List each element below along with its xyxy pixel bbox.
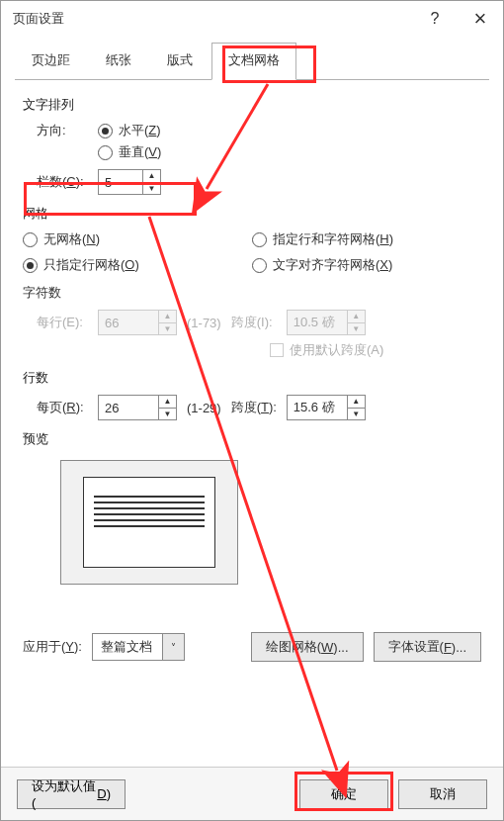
line-span-up[interactable]: ▲: [348, 396, 365, 409]
cancel-button[interactable]: 取消: [398, 779, 487, 809]
tab-strip: 页边距 纸张 版式 文档网格: [1, 37, 503, 80]
grid-title: 网格: [23, 205, 481, 223]
per-page-up[interactable]: ▲: [159, 396, 176, 409]
preview-box: [60, 460, 238, 585]
columns-down[interactable]: ▼: [143, 183, 160, 195]
per-line-range: (1-73): [187, 316, 221, 330]
set-default-button[interactable]: 设为默认值(D): [17, 779, 126, 809]
radio-no-grid[interactable]: [23, 232, 38, 247]
char-span-value: 10.5 磅: [288, 311, 347, 334]
per-page-value[interactable]: 26: [99, 396, 158, 419]
content-area: 文字排列 方向: 水平(Z) 垂直(V) 栏数(C): 5 ▲▼ 网格 无网格(…: [1, 80, 503, 662]
font-settings-button[interactable]: 字体设置(F)...: [374, 632, 481, 662]
columns-spinner[interactable]: 5 ▲▼: [98, 169, 161, 195]
radio-line-char-grid-label: 指定行和字符网格(H): [273, 230, 393, 248]
per-page-spinner[interactable]: 26 ▲▼: [98, 395, 177, 420]
line-span-label: 跨度(T):: [231, 399, 287, 416]
ok-button[interactable]: 确定: [299, 779, 388, 809]
per-line-spinner: 66 ▲▼: [98, 310, 177, 335]
line-span-spinner[interactable]: 15.6 磅 ▲▼: [287, 395, 366, 420]
columns-label: 栏数(C):: [37, 173, 98, 191]
per-page-down[interactable]: ▼: [159, 409, 176, 420]
tab-paper[interactable]: 纸张: [89, 43, 148, 80]
apply-to-select[interactable]: 整篇文档 ˅: [92, 633, 185, 661]
columns-up[interactable]: ▲: [143, 170, 160, 183]
apply-to-label: 应用于(Y):: [23, 638, 82, 656]
radio-line-only-grid[interactable]: [23, 258, 38, 273]
line-span-value[interactable]: 15.6 磅: [288, 396, 347, 419]
default-span-checkbox: [270, 343, 284, 357]
per-page-label: 每页(R):: [37, 399, 98, 416]
lines-title: 行数: [23, 369, 481, 387]
line-span-down[interactable]: ▼: [348, 409, 365, 420]
close-button[interactable]: ×: [458, 1, 503, 37]
radio-line-only-grid-label: 只指定行网格(O): [43, 256, 139, 274]
tab-margins[interactable]: 页边距: [15, 43, 87, 80]
tab-layout[interactable]: 版式: [150, 43, 210, 80]
radio-line-char-grid[interactable]: [252, 232, 267, 247]
radio-vertical[interactable]: [98, 145, 113, 160]
preview-page: [83, 477, 215, 568]
per-page-range: (1-29): [187, 401, 221, 415]
direction-label: 方向:: [37, 122, 98, 139]
default-span-label: 使用默认跨度(A): [290, 341, 383, 359]
per-line-label: 每行(E):: [37, 314, 98, 331]
radio-horizontal[interactable]: [98, 124, 113, 138]
radio-align-char-grid-label: 文字对齐字符网格(X): [273, 256, 392, 274]
dialog-title: 页面设置: [13, 10, 412, 28]
page-setup-dialog: 页面设置 ? × 页边距 纸张 版式 文档网格 文字排列 方向: 水平(Z) 垂…: [0, 0, 504, 821]
apply-to-value: 整篇文档: [93, 634, 162, 660]
text-layout-title: 文字排列: [23, 96, 481, 114]
tab-document-grid[interactable]: 文档网格: [211, 43, 296, 80]
title-bar: 页面设置 ? ×: [1, 1, 503, 37]
chevron-down-icon[interactable]: ˅: [162, 634, 184, 660]
columns-value[interactable]: 5: [99, 170, 142, 194]
radio-horizontal-label: 水平(Z): [119, 122, 161, 139]
help-button[interactable]: ?: [412, 1, 458, 37]
dialog-footer: 设为默认值(D) 确定 取消: [1, 767, 503, 820]
radio-vertical-label: 垂直(V): [119, 143, 161, 161]
preview-title: 预览: [23, 430, 481, 448]
char-span-spinner: 10.5 磅 ▲▼: [287, 310, 366, 335]
per-line-value: 66: [99, 311, 158, 334]
drawing-grid-button[interactable]: 绘图网格(W)...: [251, 632, 364, 662]
char-span-label: 跨度(I):: [231, 314, 287, 331]
radio-align-char-grid[interactable]: [252, 258, 267, 273]
radio-no-grid-label: 无网格(N): [43, 230, 100, 248]
chars-title: 字符数: [23, 284, 481, 302]
